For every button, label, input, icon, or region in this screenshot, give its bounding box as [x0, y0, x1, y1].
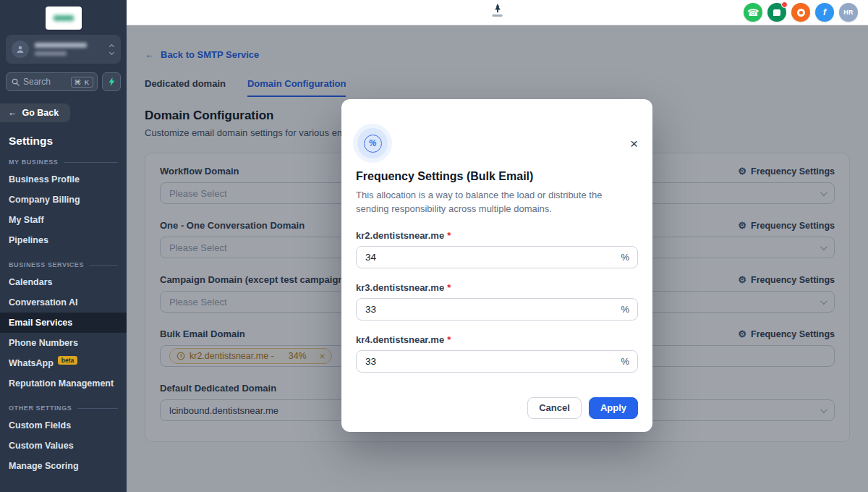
required-marker: *: [447, 282, 451, 293]
percent-suffix: %: [621, 356, 629, 367]
person-icon: [16, 45, 25, 54]
required-marker: *: [447, 334, 451, 345]
account-expand-icon: [110, 45, 115, 54]
integration-app-icon[interactable]: [791, 3, 810, 22]
percent-suffix: %: [621, 304, 629, 315]
sidebar-item-calendars[interactable]: Calendars: [0, 272, 127, 292]
sidebar-item-reputation-management[interactable]: Reputation Management: [0, 373, 127, 394]
modal-description: This allocation is a way to balance the …: [356, 189, 624, 216]
cancel-button[interactable]: Cancel: [527, 397, 582, 419]
sidebar-item-conversation-ai[interactable]: Conversation AI: [0, 292, 127, 313]
search-icon: [12, 78, 20, 86]
app-window: Search ⌘ K ← Go Back Settings MY BUSINES…: [0, 0, 868, 492]
main-area: ☎ f HR ← Back to SMTP Service Dedicated …: [127, 0, 868, 492]
frequency-settings-modal: % × Frequency Settings (Bulk Email) This…: [341, 99, 652, 432]
quick-actions-button[interactable]: [102, 72, 121, 91]
sidebar-item-my-staff[interactable]: My Staff: [0, 210, 127, 230]
notification-dot: [781, 1, 788, 8]
section-label-business-services: BUSINESS SERVICES: [9, 261, 118, 268]
settings-sidebar: Search ⌘ K ← Go Back Settings MY BUSINES…: [0, 0, 127, 492]
apply-button[interactable]: Apply: [589, 397, 638, 419]
topbar: ☎ f HR: [127, 0, 868, 25]
search-shortcut-badge: ⌘ K: [71, 77, 93, 88]
kr4-percentage-input[interactable]: [356, 350, 638, 373]
sidebar-item-pipelines[interactable]: Pipelines: [0, 230, 127, 250]
facebook-icon[interactable]: f: [815, 3, 834, 22]
sidebar-item-whatsapp[interactable]: WhatsAppbeta: [0, 353, 127, 373]
sidebar-item-manage-scoring[interactable]: Manage Scoring: [0, 456, 127, 476]
sidebar-item-custom-values[interactable]: Custom Values: [0, 436, 127, 456]
kr3-percentage-input[interactable]: [356, 298, 638, 321]
account-avatar: [12, 41, 29, 58]
close-icon[interactable]: ×: [630, 137, 638, 150]
ring-icon: [797, 9, 805, 17]
sidebar-item-business-profile[interactable]: Business Profile: [0, 169, 127, 190]
chat-notifications-icon[interactable]: [767, 3, 786, 22]
search-input[interactable]: Search ⌘ K: [6, 72, 98, 91]
go-back-button[interactable]: ← Go Back: [0, 103, 70, 122]
sidebar-item-company-billing[interactable]: Company Billing: [0, 190, 127, 210]
kr2-percentage-input[interactable]: [356, 246, 638, 268]
brand-logo: [492, 3, 503, 17]
beta-badge: beta: [58, 356, 77, 365]
account-switcher[interactable]: [6, 35, 121, 64]
percent-icon: %: [357, 128, 388, 158]
chat-bubble-icon: [773, 9, 780, 16]
sidebar-item-phone-numbers[interactable]: Phone Numbers: [0, 333, 127, 353]
modal-field-kr4: kr4.dentistsnear.me* %: [356, 334, 638, 373]
required-marker: *: [447, 230, 451, 241]
account-name-redacted: [35, 43, 104, 56]
user-avatar[interactable]: HR: [839, 3, 858, 22]
modal-title: Frequency Settings (Bulk Email): [356, 170, 638, 183]
back-arrow-icon: ←: [8, 108, 17, 118]
percent-suffix: %: [621, 252, 629, 263]
search-placeholder: Search: [23, 77, 67, 87]
sidebar-heading: Settings: [9, 135, 127, 148]
agency-logo-text-redacted: [54, 15, 74, 21]
section-label-my-business: MY BUSINESS: [9, 158, 118, 166]
modal-field-kr3: kr3.dentistsnear.me* %: [356, 282, 638, 321]
modal-field-kr2: kr2.dentistsnear.me* %: [356, 230, 638, 268]
agency-logo: [46, 7, 82, 30]
sidebar-item-email-services[interactable]: Email Services: [0, 313, 127, 333]
sidebar-item-custom-fields[interactable]: Custom Fields: [0, 415, 127, 436]
whatsapp-icon[interactable]: ☎: [744, 3, 762, 22]
section-label-other-settings: OTHER SETTINGS: [9, 404, 118, 412]
brand-tree-icon: [492, 3, 503, 14]
bolt-icon: [108, 77, 116, 86]
